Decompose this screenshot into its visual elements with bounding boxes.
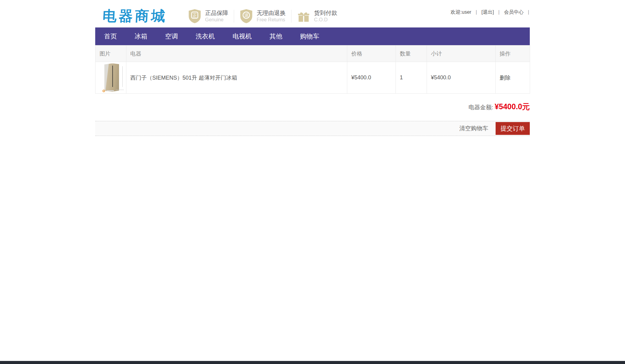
col-header-price: 价格 — [347, 45, 396, 62]
page: 电器商城 正 正品保障 Genuine — [0, 0, 625, 364]
cart-row: 西门子（SIEMENS）501升 超薄对开门冰箱 ¥5400.0 1 ¥5400… — [96, 62, 530, 94]
svg-text:正: 正 — [192, 13, 197, 18]
clear-cart-button[interactable]: 清空购物车 — [459, 124, 488, 132]
product-image-cell — [96, 62, 126, 94]
cart-table: 图片 电器 价格 数量 小计 操作 — [95, 45, 530, 94]
badge-title: 无理由退换 — [257, 9, 286, 17]
nav-item-fridge[interactable]: 冰箱 — [126, 27, 156, 45]
badge-title: 正品保障 — [205, 9, 228, 17]
brand-logo-dot — [103, 90, 105, 92]
logout-link[interactable]: [退出] — [481, 9, 494, 15]
svg-text:退: 退 — [244, 13, 248, 18]
product-action-cell: 删除 — [496, 62, 530, 94]
submit-order-button[interactable]: 提交订单 — [496, 122, 530, 135]
col-header-image: 图片 — [96, 45, 126, 62]
badge-cod-text: 货到付款 C.O.D — [314, 9, 337, 23]
badge-free-returns: 退 无理由退换 Free Returns — [240, 9, 286, 23]
product-subtotal: ¥5400.0 — [427, 62, 496, 94]
nav-item-washer[interactable]: 洗衣机 — [187, 27, 224, 45]
badge-genuine-text: 正品保障 Genuine — [205, 9, 228, 23]
cart-section: 图片 电器 价格 数量 小计 操作 — [95, 45, 530, 136]
nav-item-home[interactable]: 首页 — [95, 27, 126, 45]
shield-genuine-icon: 正 — [188, 9, 201, 23]
main-nav: 首页 冰箱 空调 洗衣机 电视机 其他 购物车 — [95, 27, 530, 45]
col-header-action: 操作 — [496, 45, 530, 62]
badge-subtitle: Free Returns — [257, 17, 286, 23]
member-center-link[interactable]: 会员中心 — [504, 9, 523, 15]
badge-title: 货到付款 — [314, 9, 337, 17]
site-header: 电器商城 正 正品保障 Genuine — [95, 0, 530, 27]
bottom-window-edge — [0, 361, 625, 364]
col-header-subtotal: 小计 — [427, 45, 496, 62]
cart-summary: 电器金额: ¥5400.0元 — [95, 102, 530, 112]
nav-item-other[interactable]: 其他 — [261, 27, 291, 45]
product-image[interactable] — [102, 63, 126, 93]
cart-table-header-row: 图片 电器 价格 数量 小计 操作 — [96, 45, 530, 62]
badge-genuine: 正 正品保障 Genuine — [188, 9, 228, 23]
gift-cod-icon — [297, 9, 310, 23]
dimension-line-vertical — [122, 66, 123, 87]
product-quantity: 1 — [396, 62, 427, 94]
summary-label: 电器金额: — [468, 104, 493, 110]
badge-cod: 货到付款 C.O.D — [297, 9, 337, 23]
nav-item-aircon[interactable]: 空调 — [156, 27, 187, 45]
summary-amount: ¥5400.0元 — [495, 102, 530, 111]
shield-returns-icon: 退 — [240, 9, 253, 23]
nav-item-tv[interactable]: 电视机 — [224, 27, 261, 45]
product-price: ¥5400.0 — [347, 62, 396, 94]
brand-logo-text — [107, 90, 114, 91]
trust-badges: 正 正品保障 Genuine 退 — [188, 9, 337, 23]
badge-divider — [291, 10, 291, 23]
badge-divider — [234, 10, 234, 23]
separator: | — [528, 9, 529, 15]
col-header-appliance: 电器 — [126, 45, 347, 62]
col-header-quantity: 数量 — [396, 45, 427, 62]
user-bar: 欢迎:user | [退出] | 会员中心 | — [451, 9, 529, 16]
welcome-text: 欢迎:user — [451, 9, 471, 15]
badge-subtitle: Genuine — [205, 17, 228, 23]
dimension-line-horizontal — [116, 90, 124, 90]
fridge-handle — [112, 66, 113, 87]
site-logo[interactable]: 电器商城 — [102, 7, 168, 26]
separator: | — [498, 9, 500, 15]
badge-subtitle: C.O.D — [314, 17, 337, 23]
cart-action-bar: 清空购物车 提交订单 — [95, 121, 530, 136]
product-name: 西门子（SIEMENS）501升 超薄对开门冰箱 — [126, 62, 347, 94]
fridge-body — [104, 63, 119, 92]
separator: | — [476, 9, 477, 15]
nav-item-cart[interactable]: 购物车 — [291, 27, 328, 45]
delete-link[interactable]: 删除 — [500, 75, 511, 81]
badge-returns-text: 无理由退换 Free Returns — [257, 9, 286, 23]
